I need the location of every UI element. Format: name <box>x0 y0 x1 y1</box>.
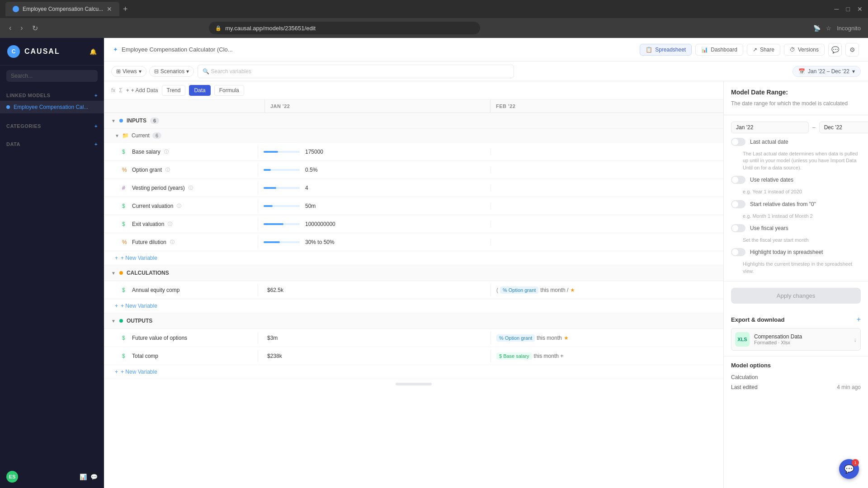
refresh-button[interactable]: ↻ <box>30 22 40 34</box>
formula-tag-option-grant[interactable]: % Option grant <box>500 286 538 294</box>
chevron-down-icon: ▾ <box>139 68 142 75</box>
slider-track[interactable] <box>264 241 300 243</box>
var-label[interactable]: Option grant <box>132 167 162 173</box>
subgroup-toggle[interactable]: ▼ <box>115 133 119 138</box>
var-name-cell: % Future dilution ⓘ <box>104 235 258 249</box>
inputs-section: ▼ INPUTS 6 ▼ 📁 Current 6 <box>104 113 723 265</box>
formula-tag-option-grant-2[interactable]: % Option grant <box>496 334 535 342</box>
data-button[interactable]: Data <box>189 85 210 96</box>
formula-icon[interactable]: fx <box>111 87 115 94</box>
search-variables-input[interactable]: 🔍 Search variables <box>198 65 514 78</box>
help-icon[interactable]: ⓘ <box>168 221 172 227</box>
var-label[interactable]: Vesting period (years) <box>132 185 185 191</box>
back-button[interactable]: ‹ <box>7 22 13 34</box>
settings-button[interactable]: ⚙ <box>845 43 859 56</box>
help-icon[interactable]: ⓘ <box>170 239 175 245</box>
formula-tag-label: Option grant <box>509 287 536 293</box>
var-data-cell[interactable]: 1000000000 <box>258 218 491 230</box>
var-data-cell[interactable]: 0.5% <box>258 164 491 176</box>
maximize-button[interactable]: □ <box>846 5 850 13</box>
slider-track[interactable] <box>264 187 300 189</box>
var-label[interactable]: Exit valuation <box>132 221 164 227</box>
outputs-new-variable-button[interactable]: + + New Variable <box>104 365 723 379</box>
var-formula-cell <box>491 221 723 227</box>
minimize-button[interactable]: ─ <box>835 5 839 13</box>
start-relative-toggle[interactable] <box>731 200 745 208</box>
help-icon[interactable]: ⓘ <box>177 203 181 209</box>
slider-track[interactable] <box>264 223 300 225</box>
var-data-cell[interactable]: 30% to 50% <box>258 236 491 248</box>
var-label[interactable]: Future dilution <box>132 239 166 245</box>
chat-icon[interactable]: 💬 <box>90 474 98 480</box>
inputs-new-variable-button[interactable]: + + New Variable <box>104 251 723 265</box>
slider-track[interactable] <box>264 151 300 153</box>
share-button[interactable]: ↗ Share <box>747 44 780 56</box>
notification-icon[interactable]: 🔔 <box>90 48 97 55</box>
help-icon[interactable]: ⓘ <box>164 149 169 155</box>
use-relative-dates-toggle[interactable] <box>731 176 745 184</box>
date-from-input[interactable] <box>731 122 809 133</box>
categories-add-button[interactable]: + <box>94 123 98 129</box>
spreadsheet-icon[interactable]: 📊 <box>80 474 87 480</box>
use-fiscal-years-desc: Set the fiscal year start month <box>743 237 861 244</box>
add-data-button[interactable]: + + Add Data <box>126 87 158 94</box>
data-add-button[interactable]: + <box>94 141 98 147</box>
formula-tag-base-salary[interactable]: $ Base salary <box>496 352 532 360</box>
forward-button[interactable]: › <box>19 22 24 34</box>
versions-button[interactable]: ⏱ Versions <box>784 44 825 56</box>
var-data-cell[interactable]: 175000 <box>258 146 491 158</box>
export-add-button[interactable]: + <box>857 315 861 324</box>
formula-button[interactable]: Formula <box>214 85 244 96</box>
var-data-cell[interactable]: 4 <box>258 182 491 194</box>
inputs-toggle-button[interactable]: ▼ <box>111 118 116 123</box>
date-separator: – <box>812 124 816 131</box>
hash-icon: # <box>122 185 129 191</box>
window-controls: ─ □ ✕ <box>835 5 863 13</box>
slider-track[interactable] <box>264 205 300 207</box>
help-icon[interactable]: ⓘ <box>165 167 170 173</box>
apply-changes-button[interactable]: Apply changes <box>731 288 861 304</box>
export-item: XLS Compensation Data Formatted · Xlsx ↓ <box>731 328 861 351</box>
linked-models-add-button[interactable]: + <box>94 93 98 98</box>
date-range-button[interactable]: 📅 Jan '22 – Dec '22 ▾ <box>793 66 861 77</box>
var-data-cell[interactable]: 50m <box>258 200 491 212</box>
outputs-toggle-button[interactable]: ▼ <box>111 319 116 324</box>
browser-actions: 📡 ☆ Incognito <box>813 25 861 32</box>
scenarios-button[interactable]: ⊟ Scenarios ▾ <box>149 66 194 77</box>
browser-tab[interactable]: Employee Compensation Calcu... ✕ <box>5 2 119 16</box>
var-label[interactable]: Total comp <box>132 353 158 359</box>
bookmark-icon[interactable]: ☆ <box>826 25 831 32</box>
var-label[interactable]: Future value of options <box>132 335 187 341</box>
formula-star-icon[interactable]: ★ <box>564 335 569 341</box>
var-label[interactable]: Annual equity comp <box>132 287 179 293</box>
slider-track[interactable] <box>264 169 300 171</box>
formula-star-icon[interactable]: ★ <box>570 287 575 293</box>
new-tab-button[interactable]: + <box>123 5 128 14</box>
chat-bubble-button[interactable]: 💬 1 <box>839 459 859 479</box>
close-tab-button[interactable]: ✕ <box>107 5 112 13</box>
sidebar-search-input[interactable] <box>6 70 98 82</box>
date-to-input[interactable] <box>819 122 868 133</box>
sidebar-item-model[interactable]: Employee Compensation Cal... <box>0 101 104 113</box>
close-window-button[interactable]: ✕ <box>857 5 863 13</box>
dashboard-tab-button[interactable]: 📊 Dashboard <box>695 44 743 56</box>
slider-fill <box>264 169 271 171</box>
scroll-bar[interactable] <box>396 383 432 385</box>
views-button[interactable]: ⊞ Views ▾ <box>111 66 146 77</box>
use-fiscal-years-toggle[interactable] <box>731 224 745 232</box>
help-icon[interactable]: ⓘ <box>189 185 193 191</box>
spreadsheet-tab-button[interactable]: 📋 Spreadsheet <box>640 44 692 56</box>
item-dot-icon <box>6 105 10 109</box>
sigma-icon[interactable]: Σ <box>119 87 122 94</box>
highlight-today-toggle[interactable] <box>731 248 745 256</box>
download-icon[interactable]: ↓ <box>854 336 857 343</box>
url-bar[interactable]: 🔒 my.causal.app/models/235651/edit <box>209 22 480 34</box>
trend-button[interactable]: Trend <box>162 85 186 96</box>
calculations-new-variable-button[interactable]: + + New Variable <box>104 299 723 313</box>
calculations-toggle-button[interactable]: ▼ <box>111 271 116 276</box>
var-label[interactable]: Base salary <box>132 149 160 155</box>
comment-button[interactable]: 💬 <box>828 43 842 56</box>
last-actual-date-toggle[interactable] <box>731 138 745 146</box>
var-row-future-dilution: % Future dilution ⓘ 30% to 50% <box>104 233 723 251</box>
var-label[interactable]: Current valuation <box>132 203 173 209</box>
